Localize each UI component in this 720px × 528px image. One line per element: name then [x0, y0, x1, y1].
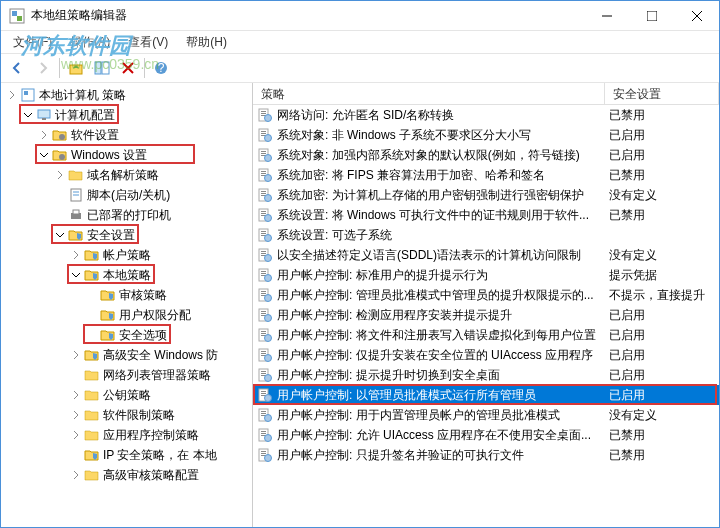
collapse-toggle-icon[interactable]: [53, 168, 67, 182]
tree-item-printers[interactable]: 已部署的打印机: [1, 205, 252, 225]
svg-point-18: [59, 134, 65, 140]
tree-item-local[interactable]: 本地策略: [1, 265, 252, 285]
tree-node-icon: [68, 187, 84, 203]
svg-rect-72: [261, 293, 266, 294]
tree-item-appctrl[interactable]: 应用程序控制策略: [1, 425, 252, 445]
list-body[interactable]: 网络访问: 允许匿名 SID/名称转换已禁用系统对象: 非 Windows 子系…: [253, 105, 719, 527]
column-setting[interactable]: 安全设置: [605, 83, 719, 104]
policy-icon: [257, 147, 273, 163]
svg-point-44: [265, 175, 272, 182]
tree-item-options[interactable]: 安全选项: [1, 325, 252, 345]
policy-row[interactable]: 用户帐户控制: 仅提升安装在安全位置的 UIAccess 应用程序已启用: [253, 345, 719, 365]
svg-rect-96: [261, 391, 266, 392]
maximize-button[interactable]: [629, 1, 674, 30]
policy-row[interactable]: 用户帐户控制: 允许 UIAccess 应用程序在不使用安全桌面...已禁用: [253, 425, 719, 445]
tree-node-icon: [84, 267, 100, 283]
policy-row[interactable]: 用户帐户控制: 管理员批准模式中管理员的提升权限提示的...不提示，直接提升: [253, 285, 719, 305]
up-button[interactable]: [64, 56, 88, 80]
svg-rect-97: [261, 393, 266, 394]
tree-label: 安全设置: [87, 227, 135, 244]
show-hide-tree-button[interactable]: [90, 56, 114, 80]
tree-item-rights[interactable]: 用户权限分配: [1, 305, 252, 325]
column-policy[interactable]: 策略: [253, 83, 605, 104]
svg-rect-8: [95, 62, 101, 74]
svg-rect-36: [261, 151, 266, 152]
collapse-toggle-icon[interactable]: [69, 468, 83, 482]
policy-row[interactable]: 用户帐户控制: 标准用户的提升提示行为提示凭据: [253, 265, 719, 285]
tree-item-firewall[interactable]: 高级安全 Windows 防: [1, 345, 252, 365]
tree-node-icon: [84, 387, 100, 403]
tree-item-windows[interactable]: Windows 设置: [1, 145, 252, 165]
policy-row[interactable]: 系统设置: 可选子系统: [253, 225, 719, 245]
collapse-toggle-icon[interactable]: [69, 348, 83, 362]
policy-setting: 已启用: [605, 127, 719, 144]
tree-label: 应用程序控制策略: [103, 427, 199, 444]
main-window: 本地组策略编辑器 河东软件园 www.pc0359.cn 文件(F) 操作(A)…: [0, 0, 720, 528]
policy-row[interactable]: 用户帐户控制: 以管理员批准模式运行所有管理员已启用: [253, 385, 719, 405]
delete-button[interactable]: [116, 56, 140, 80]
tree-item-dns[interactable]: 域名解析策略: [1, 165, 252, 185]
help-button[interactable]: ?: [149, 56, 173, 80]
policy-icon: [257, 407, 273, 423]
policy-row[interactable]: 用户帐户控制: 提示提升时切换到安全桌面已启用: [253, 365, 719, 385]
expand-toggle-icon[interactable]: [21, 108, 35, 122]
expand-toggle-icon[interactable]: [37, 148, 51, 162]
policy-setting: 已启用: [605, 147, 719, 164]
tree-item-root[interactable]: 本地计算机 策略: [1, 85, 252, 105]
policy-row[interactable]: 系统设置: 将 Windows 可执行文件中的证书规则用于软件...已禁用: [253, 205, 719, 225]
policy-row[interactable]: 系统对象: 非 Windows 子系统不要求区分大小写已启用: [253, 125, 719, 145]
menu-file[interactable]: 文件(F): [5, 32, 60, 53]
policy-row[interactable]: 用户帐户控制: 检测应用程序安装并提示提升已启用: [253, 305, 719, 325]
tree-item-audit[interactable]: 审核策略: [1, 285, 252, 305]
collapse-toggle-icon[interactable]: [5, 88, 19, 102]
svg-point-74: [265, 295, 272, 302]
policy-row[interactable]: 系统加密: 为计算机上存储的用户密钥强制进行强密钥保护没有定义: [253, 185, 719, 205]
collapse-toggle-icon[interactable]: [69, 248, 83, 262]
tree-item-scripts[interactable]: 脚本(启动/关机): [1, 185, 252, 205]
policy-row[interactable]: 系统对象: 加强内部系统对象的默认权限(例如，符号链接)已启用: [253, 145, 719, 165]
tree-item-advaudit[interactable]: 高级审核策略配置: [1, 465, 252, 485]
collapse-toggle-icon[interactable]: [69, 388, 83, 402]
menu-action[interactable]: 操作(A): [62, 32, 118, 53]
policy-row[interactable]: 以安全描述符定义语言(SDDL)语法表示的计算机访问限制没有定义: [253, 245, 719, 265]
tree-item-ipsec[interactable]: IP 安全策略，在 本地: [1, 445, 252, 465]
forward-button[interactable]: [31, 56, 55, 80]
tree-item-security[interactable]: 安全设置: [1, 225, 252, 245]
titlebar[interactable]: 本地组策略编辑器: [1, 1, 719, 31]
collapse-toggle-icon[interactable]: [69, 408, 83, 422]
tree-node-icon: [100, 327, 116, 343]
policy-icon: [257, 387, 273, 403]
tree-item-computer[interactable]: 计算机配置: [1, 105, 252, 125]
policy-name: 用户帐户控制: 提示提升时切换到安全桌面: [277, 367, 500, 384]
policy-row[interactable]: 用户帐户控制: 用于内置管理员帐户的管理员批准模式没有定义: [253, 405, 719, 425]
tree-item-netlist[interactable]: 网络列表管理器策略: [1, 365, 252, 385]
tree-item-account[interactable]: 帐户策略: [1, 245, 252, 265]
back-button[interactable]: [5, 56, 29, 80]
policy-name: 用户帐户控制: 只提升签名并验证的可执行文件: [277, 447, 524, 464]
tree-item-software[interactable]: 软件设置: [1, 125, 252, 145]
menu-help[interactable]: 帮助(H): [178, 32, 235, 53]
expand-toggle-icon[interactable]: [53, 228, 67, 242]
tree-pane[interactable]: 本地计算机 策略计算机配置软件设置Windows 设置域名解析策略脚本(启动/关…: [1, 83, 253, 527]
policy-row[interactable]: 网络访问: 允许匿名 SID/名称转换已禁用: [253, 105, 719, 125]
policy-name: 系统设置: 将 Windows 可执行文件中的证书规则用于软件...: [277, 207, 589, 224]
tree-item-pubkey[interactable]: 公钥策略: [1, 385, 252, 405]
list-header: 策略 安全设置: [253, 83, 719, 105]
collapse-toggle-icon[interactable]: [69, 428, 83, 442]
tree-item-restrict[interactable]: 软件限制策略: [1, 405, 252, 425]
policy-row[interactable]: 用户帐户控制: 只提升签名并验证的可执行文件已禁用: [253, 445, 719, 465]
svg-rect-67: [261, 273, 266, 274]
tree-label: 域名解析策略: [87, 167, 159, 184]
svg-rect-102: [261, 413, 266, 414]
policy-row[interactable]: 系统加密: 将 FIPS 兼容算法用于加密、哈希和签名已禁用: [253, 165, 719, 185]
policy-setting: 已禁用: [605, 207, 719, 224]
collapse-toggle-icon[interactable]: [37, 128, 51, 142]
minimize-button[interactable]: [584, 1, 629, 30]
policy-row[interactable]: 用户帐户控制: 将文件和注册表写入错误虚拟化到每用户位置已启用: [253, 325, 719, 345]
policy-icon: [257, 347, 273, 363]
close-button[interactable]: [674, 1, 719, 30]
svg-point-79: [265, 315, 272, 322]
menu-view[interactable]: 查看(V): [120, 32, 176, 53]
expand-toggle-icon[interactable]: [69, 268, 83, 282]
tree-node-icon: [84, 367, 100, 383]
